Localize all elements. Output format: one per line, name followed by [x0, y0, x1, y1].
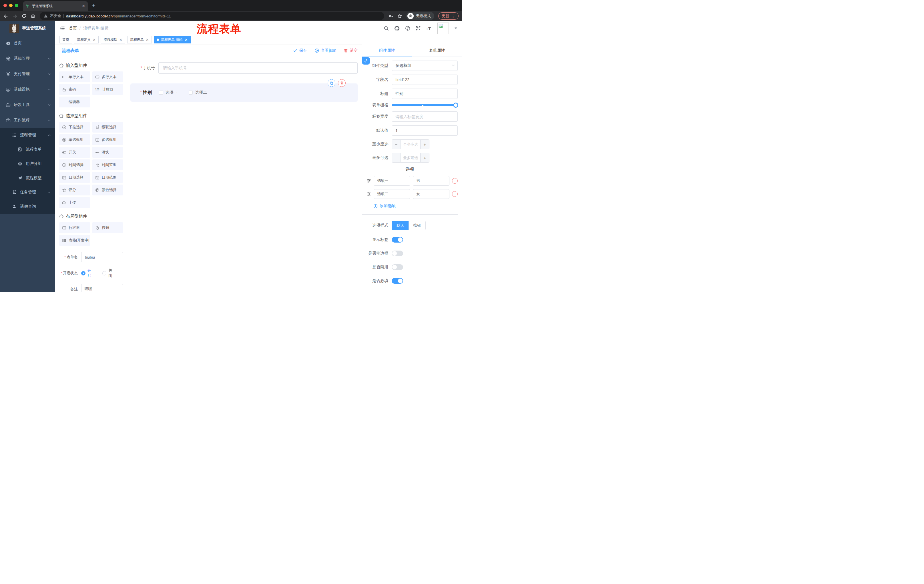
- slider-handle[interactable]: [453, 102, 458, 108]
- tag-process-form[interactable]: 流程表单✕: [127, 36, 152, 43]
- component-type-select[interactable]: [392, 61, 458, 71]
- home-icon[interactable]: [31, 14, 35, 18]
- decrease-icon[interactable]: −: [392, 140, 401, 149]
- slider-track[interactable]: [392, 104, 458, 106]
- tag-close-icon[interactable]: ✕: [146, 38, 149, 42]
- tab-component-props[interactable]: 组件属性: [362, 44, 412, 57]
- component-checkbox-group[interactable]: 多选框组: [92, 134, 124, 145]
- max-stepper-input[interactable]: [401, 153, 421, 162]
- fullscreen-icon[interactable]: [416, 26, 421, 31]
- checkbox[interactable]: [159, 90, 163, 95]
- sidebar-item-leave-query[interactable]: 请假查询: [0, 199, 55, 214]
- component-time-range[interactable]: 时间范围: [92, 160, 124, 170]
- sidebar-item-home[interactable]: 首页: [0, 35, 55, 51]
- option-label-input[interactable]: [374, 189, 410, 199]
- decrease-icon[interactable]: −: [392, 153, 401, 162]
- checkbox[interactable]: [189, 90, 193, 95]
- github-icon[interactable]: [394, 26, 400, 31]
- component-slider[interactable]: 滑块: [92, 147, 124, 158]
- zoom-window-button[interactable]: [15, 4, 18, 7]
- view-json-button[interactable]: 查看json: [315, 48, 336, 53]
- security-warning-icon[interactable]: [44, 14, 48, 18]
- help-icon[interactable]: [405, 26, 410, 31]
- sidebar-item-system[interactable]: 系统管理: [0, 51, 55, 66]
- tag-process-definition[interactable]: 流程定义✕: [74, 36, 99, 43]
- component-time-picker[interactable]: 时间选择: [59, 160, 90, 170]
- sidebar-item-process-form[interactable]: 流程表单: [0, 142, 55, 156]
- component-upload[interactable]: 上传: [59, 197, 90, 208]
- disabled-toggle[interactable]: [392, 264, 403, 270]
- sidebar-item-user-group[interactable]: 用户分组: [0, 156, 55, 171]
- save-button[interactable]: 保存: [293, 48, 307, 53]
- option-label-input[interactable]: [374, 176, 410, 186]
- component-rate[interactable]: 评分: [59, 184, 90, 196]
- grid-slider[interactable]: [392, 102, 458, 108]
- component-type-value[interactable]: [392, 61, 458, 71]
- clear-button[interactable]: 清空: [344, 48, 358, 53]
- style-button-button[interactable]: 按钮: [409, 221, 426, 230]
- component-row-container[interactable]: 行容器: [59, 222, 90, 233]
- tag-process-form-edit[interactable]: 流程表单-编辑✕: [154, 36, 191, 43]
- status-radio-on[interactable]: 开启: [81, 268, 95, 278]
- drag-handle-icon[interactable]: [366, 179, 371, 183]
- avatar[interactable]: [437, 23, 449, 34]
- browser-tab[interactable]: 芋道管理系统 ✕: [23, 1, 88, 11]
- delete-component-button[interactable]: [338, 79, 346, 87]
- canvas-phone-field[interactable]: *手机号: [130, 62, 358, 74]
- option-value-input[interactable]: [413, 176, 449, 186]
- tag-process-model[interactable]: 流程模型✕: [101, 36, 125, 43]
- add-option-button[interactable]: 添加选项: [373, 204, 458, 209]
- copy-component-button[interactable]: [328, 79, 335, 87]
- default-value-input[interactable]: [392, 125, 458, 136]
- password-key-icon[interactable]: [389, 14, 393, 18]
- tab-close-icon[interactable]: ✕: [82, 4, 85, 8]
- sidebar-item-task-mgmt[interactable]: 任务管理: [0, 185, 55, 199]
- component-switch[interactable]: 开关: [59, 147, 90, 158]
- increase-icon[interactable]: +: [421, 153, 429, 162]
- component-table-dev[interactable]: 表格[开发中]: [59, 235, 90, 246]
- window-controls[interactable]: [3, 0, 18, 11]
- close-window-button[interactable]: [3, 4, 7, 7]
- component-radio-group[interactable]: 单选框组: [59, 134, 90, 145]
- component-button[interactable]: 按钮: [92, 222, 123, 233]
- component-editor[interactable]: 编辑器: [59, 97, 90, 107]
- selected-gender-field[interactable]: *性别 选项一 选项二: [130, 84, 358, 102]
- reload-icon[interactable]: [22, 14, 26, 18]
- link-handle-button[interactable]: [362, 57, 370, 64]
- tag-close-icon[interactable]: ✕: [92, 38, 96, 42]
- component-date-picker[interactable]: 日期选择: [59, 172, 90, 183]
- sidebar-item-payment[interactable]: 支付管理: [0, 66, 55, 82]
- avatar-caret-icon[interactable]: [454, 27, 457, 30]
- back-icon[interactable]: [3, 14, 8, 18]
- status-radio-off[interactable]: 关闭: [102, 268, 116, 278]
- tag-home[interactable]: 首页: [59, 36, 72, 43]
- component-counter[interactable]: 123计数器: [92, 84, 124, 95]
- required-toggle[interactable]: [392, 278, 403, 284]
- drag-handle-icon[interactable]: [366, 192, 371, 196]
- label-width-input[interactable]: [392, 112, 458, 122]
- browser-menu-icon[interactable]: ⋮: [451, 14, 455, 18]
- minimize-window-button[interactable]: [9, 4, 13, 7]
- tag-close-icon[interactable]: ✕: [185, 38, 188, 42]
- component-color-picker[interactable]: 颜色选择: [92, 184, 124, 196]
- field-name-input[interactable]: [392, 74, 458, 85]
- min-stepper-input[interactable]: [401, 140, 421, 149]
- title-input[interactable]: [392, 89, 458, 99]
- security-label[interactable]: 不安全: [50, 13, 61, 18]
- sidebar-item-devtools[interactable]: 研发工具: [0, 97, 55, 113]
- sidebar-item-infra[interactable]: 基础设施: [0, 82, 55, 97]
- component-password[interactable]: 密码: [59, 84, 90, 95]
- browser-update-button[interactable]: 更新 ⋮: [438, 12, 459, 20]
- form-name-input[interactable]: [81, 252, 123, 262]
- forward-icon[interactable]: [13, 14, 17, 18]
- show-label-toggle[interactable]: [392, 237, 403, 243]
- component-multi-text[interactable]: 多行文本: [92, 71, 124, 82]
- sidebar-item-process-model[interactable]: 流程模型: [0, 171, 55, 185]
- bookmark-star-icon[interactable]: [398, 14, 402, 18]
- new-tab-button[interactable]: +: [92, 2, 96, 9]
- form-remark-textarea[interactable]: 嘿嘿: [81, 284, 123, 292]
- gender-option-1[interactable]: 选项一: [159, 90, 177, 95]
- component-select[interactable]: 下拉选择: [59, 122, 90, 133]
- gender-option-2[interactable]: 选项二: [189, 90, 207, 95]
- breadcrumb-home[interactable]: 首页: [69, 26, 77, 31]
